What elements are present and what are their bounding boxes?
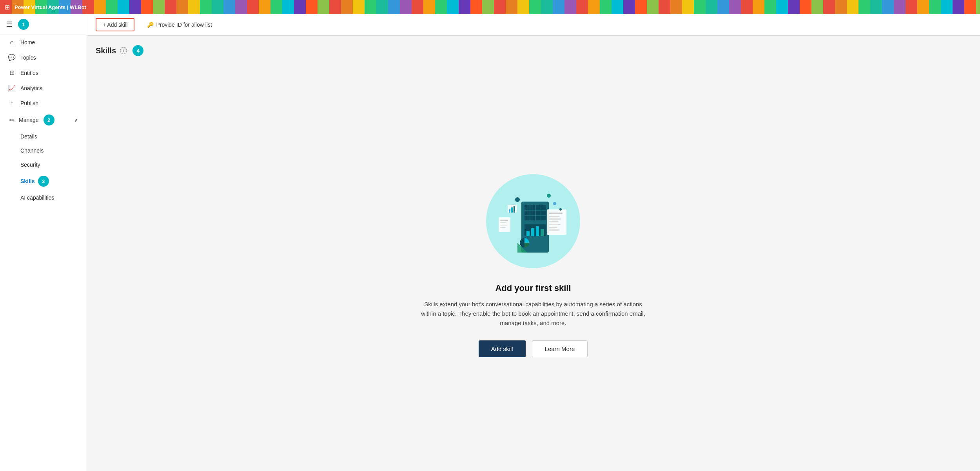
svg-point-23 [547,194,551,198]
provide-id-label: Provide ID for allow list [156,22,212,28]
empty-state: Add your first skill Skills extend your … [96,65,971,462]
sidebar-item-entities-label: Entities [20,70,38,76]
svg-rect-11 [536,226,539,236]
chevron-down-icon: ∧ [74,117,78,123]
svg-rect-18 [549,221,559,222]
badge-1: 1 [18,19,29,30]
analytics-icon: 📈 [8,84,16,92]
learn-more-button-label: Learn More [545,346,575,352]
empty-state-description: Skills extend your bot's conversational … [419,300,647,328]
add-skill-toolbar-label: + Add skill [103,22,127,28]
publish-icon: ↑ [8,100,16,107]
svg-rect-17 [549,218,561,220]
main-content: + Add skill 🔑 Provide ID for allow list … [86,14,980,471]
sidebar-header: ☰ 1 [0,14,86,35]
svg-rect-35 [500,227,506,228]
home-icon: ⌂ [8,39,16,46]
empty-state-title: Add your first skill [495,283,571,293]
add-skill-toolbar-button[interactable]: + Add skill [96,18,134,31]
svg-rect-29 [511,207,513,213]
learn-more-button[interactable]: Learn More [532,340,588,357]
top-banner: ⊞ Power Virtual Agents | WLBot [0,0,980,14]
provide-id-button[interactable]: 🔑 Provide ID for allow list [141,19,218,31]
sidebar-subitem-security[interactable]: Security [0,158,86,172]
badge-3: 3 [38,176,49,187]
svg-rect-30 [514,206,515,213]
sidebar-subitem-security-label: Security [20,162,40,168]
info-icon[interactable]: i [120,47,127,54]
hamburger-icon[interactable]: ☰ [6,20,13,29]
sidebar-subitem-details[interactable]: Details [0,129,86,144]
skills-illustration [482,170,584,272]
sidebar-item-topics[interactable]: 💬 Topics [0,50,86,65]
sidebar-subitem-channels-label: Channels [20,147,44,154]
svg-rect-16 [549,216,560,217]
svg-rect-2 [524,205,546,220]
sidebar-item-manage[interactable]: ✏ Manage 2 ∧ [0,111,86,129]
svg-rect-19 [549,224,561,225]
sidebar-item-home[interactable]: ⌂ Home [0,35,86,50]
sidebar-item-publish-label: Publish [20,100,38,106]
manage-icon: ✏ [8,116,16,124]
waffle-icon[interactable]: ⊞ [5,4,10,11]
badge-2: 2 [44,115,54,125]
sidebar-item-publish[interactable]: ↑ Publish [0,96,86,111]
badge-4: 4 [132,45,143,56]
entities-icon: ⊞ [8,69,16,76]
svg-rect-33 [500,222,506,223]
sidebar-item-analytics[interactable]: 📈 Analytics [0,80,86,96]
sidebar-item-topics-label: Topics [20,55,36,61]
sidebar-subitem-skills[interactable]: Skills 3 [0,172,86,191]
skills-header: Skills i 4 [96,45,971,56]
sidebar-item-entities[interactable]: ⊞ Entities [0,65,86,80]
key-icon: 🔑 [147,22,154,28]
svg-rect-9 [526,231,530,236]
content-area: Skills i 4 [86,36,980,471]
sidebar-subitem-channels[interactable]: Channels [0,144,86,158]
svg-rect-28 [509,209,510,213]
svg-rect-15 [549,213,563,214]
svg-point-22 [515,197,520,202]
sidebar-subitem-details-label: Details [20,133,37,140]
svg-rect-32 [500,220,508,221]
sidebar-subitem-ai-capabilities[interactable]: AI capabilities [0,191,86,205]
sidebar-item-analytics-label: Analytics [20,85,42,91]
add-skill-button-label: Add skill [491,346,513,352]
svg-rect-10 [531,228,534,236]
sidebar-item-home-label: Home [20,39,35,45]
add-skill-button[interactable]: Add skill [479,340,526,357]
svg-rect-20 [549,227,557,228]
svg-rect-21 [549,229,560,231]
sidebar-subitem-skills-label: Skills [20,178,35,184]
topics-icon: 💬 [8,54,16,61]
page-title: Skills [96,46,116,55]
sidebar-item-manage-label: Manage [19,117,39,123]
app-title: Power Virtual Agents | WLBot [15,4,86,10]
toolbar: + Add skill 🔑 Provide ID for allow list [86,14,980,36]
svg-rect-12 [541,229,544,236]
action-buttons: Add skill Learn More [479,340,588,357]
svg-point-24 [553,202,556,205]
svg-point-26 [559,208,562,211]
sidebar-subitem-ai-capabilities-label: AI capabilities [20,195,54,201]
svg-rect-34 [500,225,507,225]
sidebar: ☰ 1 ⌂ Home 💬 Topics ⊞ Entities 📈 Analyti… [0,14,86,471]
